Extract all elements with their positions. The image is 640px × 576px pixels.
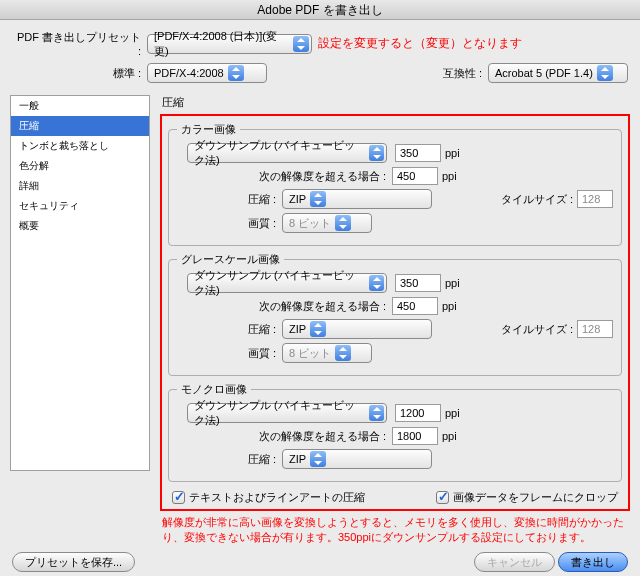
- main-panel: 圧縮 カラー画像 ダウンサンプル (バイキュービック法) 350 ppi 次の解…: [150, 95, 630, 546]
- footer-note: 解像度が非常に高い画像を変換しようとすると、メモリを多く使用し、変換に時間がかか…: [160, 511, 630, 546]
- gray-compress-value: ZIP: [289, 323, 306, 335]
- sidebar: 一般 圧縮 トンボと裁ち落とし 色分解 詳細 セキュリティ 概要: [10, 95, 150, 471]
- ppi-unit: ppi: [445, 147, 460, 159]
- mono-downsample-select[interactable]: ダウンサンプル (バイキュービック法): [187, 403, 387, 423]
- preset-value: [PDF/X-4:2008 (日本)](変更): [154, 29, 289, 59]
- group-gray: グレースケール画像 ダウンサンプル (バイキュービック法) 350 ppi 次の…: [168, 252, 622, 376]
- checkbox-icon: [436, 491, 449, 504]
- mono-above-input[interactable]: 1800: [392, 427, 438, 445]
- gray-downsample-value: ダウンサンプル (バイキュービック法): [194, 268, 365, 298]
- updown-icon: [369, 275, 384, 291]
- mono-compress-label: 圧縮 :: [177, 452, 282, 467]
- standard-select[interactable]: PDF/X-4:2008: [147, 63, 267, 83]
- updown-icon: [335, 345, 351, 361]
- gray-compress-label: 圧縮 :: [177, 322, 282, 337]
- ppi-unit: ppi: [442, 170, 457, 182]
- gray-above-input[interactable]: 450: [392, 297, 438, 315]
- sidebar-item-advanced[interactable]: 詳細: [11, 176, 149, 196]
- gray-quality-value: 8 ビット: [289, 346, 331, 361]
- color-quality-select[interactable]: 8 ビット: [282, 213, 372, 233]
- checkbox-icon: [172, 491, 185, 504]
- standard-value: PDF/X-4:2008: [154, 67, 224, 79]
- sidebar-item-marks[interactable]: トンボと裁ち落とし: [11, 136, 149, 156]
- group-mono-legend: モノクロ画像: [177, 382, 251, 397]
- section-title: 圧縮: [162, 95, 630, 110]
- gray-quality-select[interactable]: 8 ビット: [282, 343, 372, 363]
- sidebar-item-general[interactable]: 一般: [11, 96, 149, 116]
- mono-downsample-value: ダウンサンプル (バイキュービック法): [194, 398, 365, 428]
- color-compress-label: 圧縮 :: [177, 192, 282, 207]
- highlighted-area: カラー画像 ダウンサンプル (バイキュービック法) 350 ppi 次の解像度を…: [160, 114, 630, 511]
- compat-label: 互換性 :: [443, 66, 482, 81]
- color-downsample-value: ダウンサンプル (バイキュービック法): [194, 138, 365, 168]
- gray-tile-label: タイルサイズ :: [501, 322, 573, 337]
- color-above-input[interactable]: 450: [392, 167, 438, 185]
- sidebar-item-security[interactable]: セキュリティ: [11, 196, 149, 216]
- updown-icon: [335, 215, 351, 231]
- color-tile-label: タイルサイズ :: [501, 192, 573, 207]
- ppi-unit: ppi: [442, 300, 457, 312]
- save-preset-button[interactable]: プリセットを保存...: [12, 552, 135, 572]
- preset-label: PDF 書き出しプリセット :: [12, 30, 147, 57]
- preset-select[interactable]: [PDF/X-4:2008 (日本)](変更): [147, 34, 312, 54]
- window-title: Adobe PDF を書き出し: [0, 0, 640, 20]
- ppi-unit: ppi: [442, 430, 457, 442]
- compat-select[interactable]: Acrobat 5 (PDF 1.4): [488, 63, 628, 83]
- check-text-lineart-label: テキストおよびラインアートの圧縮: [189, 490, 365, 505]
- updown-icon: [369, 145, 384, 161]
- group-gray-legend: グレースケール画像: [177, 252, 284, 267]
- updown-icon: [597, 65, 613, 81]
- gray-ppi-input[interactable]: 350: [395, 274, 441, 292]
- group-mono: モノクロ画像 ダウンサンプル (バイキュービック法) 1200 ppi 次の解像…: [168, 382, 622, 482]
- compat-value: Acrobat 5 (PDF 1.4): [495, 67, 593, 79]
- ppi-unit: ppi: [445, 277, 460, 289]
- color-quality-value: 8 ビット: [289, 216, 331, 231]
- ppi-unit: ppi: [445, 407, 460, 419]
- check-crop-frame[interactable]: 画像データをフレームにクロップ: [436, 490, 618, 505]
- check-text-lineart[interactable]: テキストおよびラインアートの圧縮: [172, 490, 365, 505]
- gray-tile-input[interactable]: 128: [577, 320, 613, 338]
- gray-quality-label: 画質 :: [177, 346, 282, 361]
- color-ppi-input[interactable]: 350: [395, 144, 441, 162]
- group-color-legend: カラー画像: [177, 122, 240, 137]
- sidebar-item-output[interactable]: 色分解: [11, 156, 149, 176]
- color-compress-value: ZIP: [289, 193, 306, 205]
- gray-downsample-select[interactable]: ダウンサンプル (バイキュービック法): [187, 273, 387, 293]
- mono-ppi-input[interactable]: 1200: [395, 404, 441, 422]
- updown-icon: [310, 321, 326, 337]
- cancel-button[interactable]: キャンセル: [474, 552, 555, 572]
- sidebar-item-summary[interactable]: 概要: [11, 216, 149, 236]
- updown-icon: [310, 451, 326, 467]
- group-color: カラー画像 ダウンサンプル (バイキュービック法) 350 ppi 次の解像度を…: [168, 122, 622, 246]
- color-tile-input[interactable]: 128: [577, 190, 613, 208]
- standard-label: 標準 :: [12, 66, 147, 81]
- color-above-label: 次の解像度を超える場合 :: [177, 169, 392, 184]
- updown-icon: [228, 65, 244, 81]
- mono-above-label: 次の解像度を超える場合 :: [177, 429, 392, 444]
- mono-compress-select[interactable]: ZIP: [282, 449, 432, 469]
- gray-compress-select[interactable]: ZIP: [282, 319, 432, 339]
- gray-above-label: 次の解像度を超える場合 :: [177, 299, 392, 314]
- color-downsample-select[interactable]: ダウンサンプル (バイキュービック法): [187, 143, 387, 163]
- updown-icon: [310, 191, 326, 207]
- color-compress-select[interactable]: ZIP: [282, 189, 432, 209]
- header-area: PDF 書き出しプリセット : [PDF/X-4:2008 (日本)](変更) …: [0, 20, 640, 95]
- updown-icon: [293, 36, 309, 52]
- mono-compress-value: ZIP: [289, 453, 306, 465]
- export-button[interactable]: 書き出し: [558, 552, 628, 572]
- preset-note: 設定を変更すると（変更）となります: [318, 35, 522, 52]
- check-crop-frame-label: 画像データをフレームにクロップ: [453, 490, 618, 505]
- updown-icon: [369, 405, 384, 421]
- sidebar-item-compression[interactable]: 圧縮: [11, 116, 149, 136]
- color-quality-label: 画質 :: [177, 216, 282, 231]
